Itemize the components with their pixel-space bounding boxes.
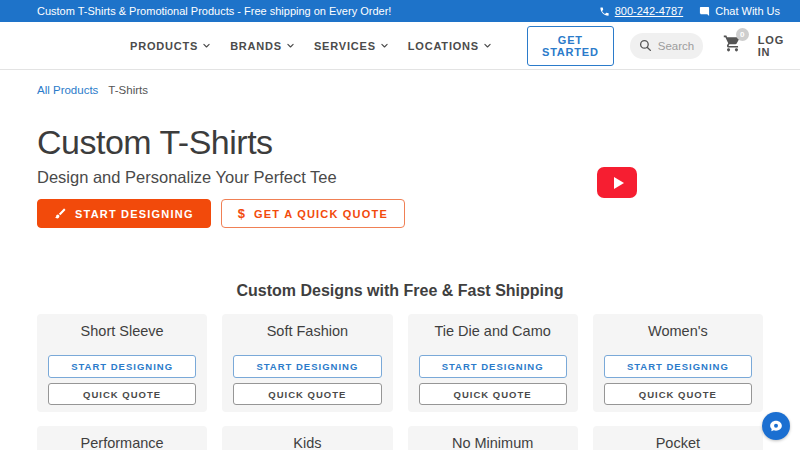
video-play-button[interactable] [597,167,637,198]
card-actions: START DESIGNING QUICK QUOTE [37,355,207,412]
chevron-down-icon [483,41,492,50]
card-start-designing-button[interactable]: START DESIGNING [233,355,381,378]
product-card: Pocket START DESIGNING QUICK QUOTE [593,426,763,450]
card-title: Women's [593,314,763,339]
nav-menu-item[interactable]: BRANDS [230,40,295,52]
chevron-down-icon [286,41,295,50]
promo-topbar: Custom T-Shirts & Promotional Products -… [0,0,800,22]
chat-widget-icon [769,419,783,433]
card-title: Performance [37,426,207,450]
card-quick-quote-button[interactable]: QUICK QUOTE [233,383,381,405]
phone-number: 800-242-4787 [615,5,684,17]
breadcrumb-current: T-Shirts [108,84,148,96]
card-quick-quote-button[interactable]: QUICK QUOTE [419,383,567,405]
paintbrush-icon [54,207,67,220]
page: Custom T-Shirts & Promotional Products -… [0,0,800,450]
card-title: Kids [222,426,392,450]
phone-icon [599,6,610,17]
chevron-down-icon [380,41,389,50]
chat-bubble-icon [699,6,710,17]
page-title: Custom T-Shirts [37,123,763,162]
product-card: Soft Fashion START DESIGNING QUICK QUOTE [222,314,392,412]
product-card: Performance START DESIGNING QUICK QUOTE [37,426,207,450]
card-title: Pocket [593,426,763,450]
card-start-designing-button[interactable]: START DESIGNING [419,355,567,378]
card-actions: START DESIGNING QUICK QUOTE [593,355,763,412]
quick-quote-label: GET A QUICK QUOTE [254,208,388,220]
card-quick-quote-button[interactable]: QUICK QUOTE [48,383,196,405]
hero-actions: START DESIGNING $ GET A QUICK QUOTE [37,199,763,228]
main-header: PRODUCTS BRANDS SERVICES [0,22,800,70]
card-title: Soft Fashion [222,314,392,339]
card-title: Tie Die and Camo [408,314,578,339]
nav-item-label: PRODUCTS [130,40,198,52]
card-title: Short Sleeve [37,314,207,339]
cart-count-badge: 0 [736,28,749,41]
nav-item-label: SERVICES [314,40,376,52]
chat-with-us-label: Chat With Us [715,5,780,17]
product-card: Kids START DESIGNING QUICK QUOTE [222,426,392,450]
breadcrumb-all-products-link[interactable]: All Products [37,84,98,96]
card-title: No Minimum [408,426,578,450]
card-actions: START DESIGNING QUICK QUOTE [408,355,578,412]
card-quick-quote-button[interactable]: QUICK QUOTE [604,383,752,405]
dollar-icon: $ [238,206,246,221]
play-icon [614,177,624,189]
product-card: Short Sleeve START DESIGNING QUICK QUOTE [37,314,207,412]
start-designing-label: START DESIGNING [75,208,194,220]
start-designing-button[interactable]: START DESIGNING [37,199,211,228]
get-started-button[interactable]: GET STARTED [527,26,614,66]
product-card: No Minimum START DESIGNING QUICK QUOTE [408,426,578,450]
card-grid-row2: Performance START DESIGNING QUICK QUOTE … [37,426,763,450]
search-input[interactable] [658,40,695,52]
login-link[interactable]: LOG IN [758,34,784,58]
chevron-down-icon [202,41,211,50]
nav-menu-item[interactable]: SERVICES [314,40,389,52]
search-box[interactable] [630,33,703,59]
nav-menu-item[interactable]: PRODUCTS [130,40,211,52]
section-heading: Custom Designs with Free & Fast Shipping [0,282,800,300]
card-actions: START DESIGNING QUICK QUOTE [222,355,392,412]
chat-with-us-link[interactable]: Chat With Us [699,5,780,17]
get-quick-quote-button[interactable]: $ GET A QUICK QUOTE [221,199,405,228]
nav-menu-item[interactable]: LOCATIONS [408,40,492,52]
phone-link[interactable]: 800-242-4787 [599,5,684,17]
card-start-designing-button[interactable]: START DESIGNING [604,355,752,378]
card-grid-row1: Short Sleeve START DESIGNING QUICK QUOTE… [37,314,763,412]
nav-item-label: BRANDS [230,40,282,52]
card-start-designing-button[interactable]: START DESIGNING [48,355,196,378]
product-card: Tie Die and Camo START DESIGNING QUICK Q… [408,314,578,412]
search-icon [639,39,652,52]
chat-widget-button[interactable] [762,412,790,440]
page-subtitle: Design and Personalize Your Perfect Tee [37,168,763,187]
nav-item-label: LOCATIONS [408,40,479,52]
product-card: Women's START DESIGNING QUICK QUOTE [593,314,763,412]
cart-button[interactable]: 0 [723,34,742,57]
promo-message: Custom T-Shirts & Promotional Products -… [37,5,391,17]
breadcrumb: All Products T-Shirts [0,70,800,96]
main-nav: PRODUCTS BRANDS SERVICES [130,40,511,52]
